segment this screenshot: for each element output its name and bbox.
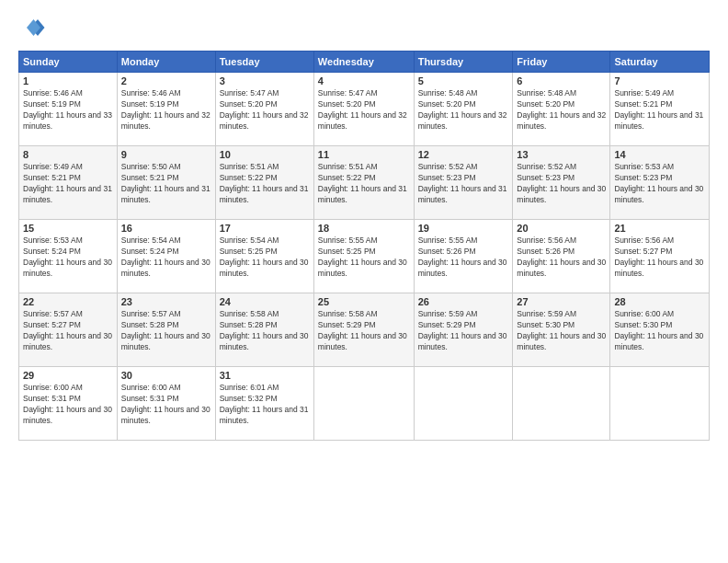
day-info: Sunrise: 6:00 AM Sunset: 5:30 PM Dayligh… bbox=[614, 309, 705, 353]
day-number: 20 bbox=[517, 223, 606, 234]
calendar-cell: 9 Sunrise: 5:50 AM Sunset: 5:21 PM Dayli… bbox=[117, 146, 215, 220]
day-info: Sunrise: 5:48 AM Sunset: 5:20 PM Dayligh… bbox=[418, 88, 509, 132]
day-info: Sunrise: 5:51 AM Sunset: 5:22 PM Dayligh… bbox=[220, 162, 310, 206]
weekday-header: Saturday bbox=[610, 52, 710, 73]
calendar-week-row: 22 Sunrise: 5:57 AM Sunset: 5:27 PM Dayl… bbox=[19, 293, 710, 367]
day-info: Sunrise: 5:55 AM Sunset: 5:25 PM Dayligh… bbox=[318, 236, 410, 280]
day-info: Sunrise: 5:48 AM Sunset: 5:20 PM Dayligh… bbox=[517, 88, 606, 132]
weekday-header: Sunday bbox=[19, 52, 118, 73]
day-info: Sunrise: 5:58 AM Sunset: 5:28 PM Dayligh… bbox=[220, 309, 310, 353]
calendar-cell: 29 Sunrise: 6:00 AM Sunset: 5:31 PM Dayl… bbox=[19, 367, 118, 441]
day-number: 30 bbox=[121, 370, 211, 381]
calendar-cell: 1 Sunrise: 5:46 AM Sunset: 5:19 PM Dayli… bbox=[19, 73, 118, 146]
logo bbox=[18, 14, 50, 41]
weekday-header: Thursday bbox=[414, 52, 513, 73]
day-info: Sunrise: 5:56 AM Sunset: 5:27 PM Dayligh… bbox=[614, 236, 705, 280]
day-number: 23 bbox=[121, 296, 211, 307]
day-info: Sunrise: 5:49 AM Sunset: 5:21 PM Dayligh… bbox=[23, 162, 113, 206]
day-number: 4 bbox=[318, 75, 410, 86]
day-number: 24 bbox=[220, 296, 310, 307]
calendar-cell: 28 Sunrise: 6:00 AM Sunset: 5:30 PM Dayl… bbox=[610, 293, 710, 367]
day-number: 1 bbox=[23, 75, 113, 86]
calendar-cell: 16 Sunrise: 5:54 AM Sunset: 5:24 PM Dayl… bbox=[117, 220, 215, 293]
calendar-cell: 21 Sunrise: 5:56 AM Sunset: 5:27 PM Dayl… bbox=[610, 220, 710, 293]
day-number: 11 bbox=[318, 149, 410, 160]
calendar-cell: 7 Sunrise: 5:49 AM Sunset: 5:21 PM Dayli… bbox=[610, 73, 710, 146]
day-info: Sunrise: 5:53 AM Sunset: 5:23 PM Dayligh… bbox=[614, 162, 705, 206]
day-info: Sunrise: 5:59 AM Sunset: 5:30 PM Dayligh… bbox=[517, 309, 606, 353]
calendar-cell: 5 Sunrise: 5:48 AM Sunset: 5:20 PM Dayli… bbox=[414, 73, 513, 146]
calendar-cell: 22 Sunrise: 5:57 AM Sunset: 5:27 PM Dayl… bbox=[19, 293, 118, 367]
day-number: 7 bbox=[614, 75, 705, 86]
day-info: Sunrise: 5:52 AM Sunset: 5:23 PM Dayligh… bbox=[517, 162, 606, 206]
calendar-cell: 10 Sunrise: 5:51 AM Sunset: 5:22 PM Dayl… bbox=[215, 146, 313, 220]
day-info: Sunrise: 5:50 AM Sunset: 5:21 PM Dayligh… bbox=[121, 162, 211, 206]
calendar-cell: 4 Sunrise: 5:47 AM Sunset: 5:20 PM Dayli… bbox=[313, 73, 414, 146]
calendar-cell: 25 Sunrise: 5:58 AM Sunset: 5:29 PM Dayl… bbox=[313, 293, 414, 367]
header bbox=[18, 14, 710, 41]
day-number: 18 bbox=[318, 223, 410, 234]
calendar-cell bbox=[610, 367, 710, 441]
calendar-cell: 3 Sunrise: 5:47 AM Sunset: 5:20 PM Dayli… bbox=[215, 73, 313, 146]
day-info: Sunrise: 5:46 AM Sunset: 5:19 PM Dayligh… bbox=[121, 88, 211, 132]
day-number: 5 bbox=[418, 75, 509, 86]
calendar-week-row: 29 Sunrise: 6:00 AM Sunset: 5:31 PM Dayl… bbox=[19, 367, 710, 441]
day-number: 31 bbox=[220, 370, 310, 381]
calendar-cell: 15 Sunrise: 5:53 AM Sunset: 5:24 PM Dayl… bbox=[19, 220, 118, 293]
day-info: Sunrise: 5:59 AM Sunset: 5:29 PM Dayligh… bbox=[418, 309, 509, 353]
logo-icon bbox=[18, 14, 46, 41]
calendar-cell bbox=[414, 367, 513, 441]
day-number: 21 bbox=[614, 223, 705, 234]
calendar-cell: 2 Sunrise: 5:46 AM Sunset: 5:19 PM Dayli… bbox=[117, 73, 215, 146]
calendar-cell: 17 Sunrise: 5:54 AM Sunset: 5:25 PM Dayl… bbox=[215, 220, 313, 293]
day-number: 13 bbox=[517, 149, 606, 160]
day-number: 8 bbox=[23, 149, 113, 160]
day-info: Sunrise: 6:01 AM Sunset: 5:32 PM Dayligh… bbox=[220, 383, 310, 427]
day-info: Sunrise: 5:49 AM Sunset: 5:21 PM Dayligh… bbox=[614, 88, 705, 132]
calendar-cell: 14 Sunrise: 5:53 AM Sunset: 5:23 PM Dayl… bbox=[610, 146, 710, 220]
calendar-cell: 8 Sunrise: 5:49 AM Sunset: 5:21 PM Dayli… bbox=[19, 146, 118, 220]
day-info: Sunrise: 5:54 AM Sunset: 5:24 PM Dayligh… bbox=[121, 236, 211, 280]
calendar-cell: 20 Sunrise: 5:56 AM Sunset: 5:26 PM Dayl… bbox=[513, 220, 610, 293]
weekday-header: Tuesday bbox=[215, 52, 313, 73]
weekday-header: Friday bbox=[513, 52, 610, 73]
day-number: 28 bbox=[614, 296, 705, 307]
calendar-header-row: SundayMondayTuesdayWednesdayThursdayFrid… bbox=[19, 52, 710, 73]
day-number: 26 bbox=[418, 296, 509, 307]
calendar-cell: 18 Sunrise: 5:55 AM Sunset: 5:25 PM Dayl… bbox=[313, 220, 414, 293]
page: SundayMondayTuesdayWednesdayThursdayFrid… bbox=[0, 0, 728, 563]
day-number: 16 bbox=[121, 223, 211, 234]
day-number: 2 bbox=[121, 75, 211, 86]
day-number: 6 bbox=[517, 75, 606, 86]
day-info: Sunrise: 5:52 AM Sunset: 5:23 PM Dayligh… bbox=[418, 162, 509, 206]
day-info: Sunrise: 6:00 AM Sunset: 5:31 PM Dayligh… bbox=[23, 383, 113, 427]
day-info: Sunrise: 5:46 AM Sunset: 5:19 PM Dayligh… bbox=[23, 88, 113, 132]
day-info: Sunrise: 5:57 AM Sunset: 5:27 PM Dayligh… bbox=[23, 309, 113, 353]
calendar-cell: 24 Sunrise: 5:58 AM Sunset: 5:28 PM Dayl… bbox=[215, 293, 313, 367]
day-info: Sunrise: 5:51 AM Sunset: 5:22 PM Dayligh… bbox=[318, 162, 410, 206]
day-info: Sunrise: 5:56 AM Sunset: 5:26 PM Dayligh… bbox=[517, 236, 606, 280]
calendar-cell bbox=[513, 367, 610, 441]
calendar-cell: 23 Sunrise: 5:57 AM Sunset: 5:28 PM Dayl… bbox=[117, 293, 215, 367]
day-info: Sunrise: 5:47 AM Sunset: 5:20 PM Dayligh… bbox=[318, 88, 410, 132]
day-info: Sunrise: 5:58 AM Sunset: 5:29 PM Dayligh… bbox=[318, 309, 410, 353]
day-info: Sunrise: 5:57 AM Sunset: 5:28 PM Dayligh… bbox=[121, 309, 211, 353]
day-number: 9 bbox=[121, 149, 211, 160]
day-number: 14 bbox=[614, 149, 705, 160]
calendar-cell: 31 Sunrise: 6:01 AM Sunset: 5:32 PM Dayl… bbox=[215, 367, 313, 441]
day-info: Sunrise: 5:54 AM Sunset: 5:25 PM Dayligh… bbox=[220, 236, 310, 280]
day-number: 3 bbox=[220, 75, 310, 86]
calendar-cell: 30 Sunrise: 6:00 AM Sunset: 5:31 PM Dayl… bbox=[117, 367, 215, 441]
day-info: Sunrise: 5:55 AM Sunset: 5:26 PM Dayligh… bbox=[418, 236, 509, 280]
day-info: Sunrise: 6:00 AM Sunset: 5:31 PM Dayligh… bbox=[121, 383, 211, 427]
day-number: 25 bbox=[318, 296, 410, 307]
day-number: 17 bbox=[220, 223, 310, 234]
day-number: 12 bbox=[418, 149, 509, 160]
day-number: 15 bbox=[23, 223, 113, 234]
day-number: 19 bbox=[418, 223, 509, 234]
calendar-cell: 26 Sunrise: 5:59 AM Sunset: 5:29 PM Dayl… bbox=[414, 293, 513, 367]
calendar-cell: 12 Sunrise: 5:52 AM Sunset: 5:23 PM Dayl… bbox=[414, 146, 513, 220]
day-info: Sunrise: 5:47 AM Sunset: 5:20 PM Dayligh… bbox=[220, 88, 310, 132]
calendar-table: SundayMondayTuesdayWednesdayThursdayFrid… bbox=[18, 51, 710, 441]
calendar-week-row: 1 Sunrise: 5:46 AM Sunset: 5:19 PM Dayli… bbox=[19, 73, 710, 146]
